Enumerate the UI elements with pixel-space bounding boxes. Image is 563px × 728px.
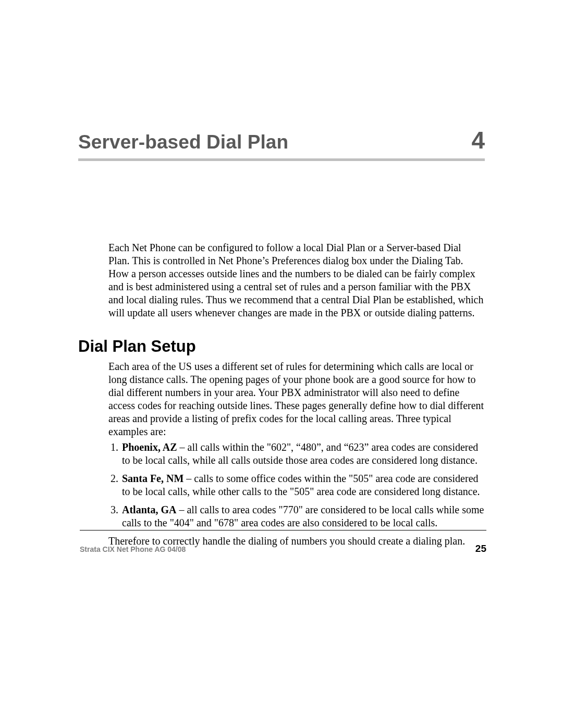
- section-body: Each area of the US uses a different set…: [108, 360, 485, 548]
- list-item: Santa Fe, NM – calls to some office code…: [121, 472, 485, 498]
- chapter-number: 4: [471, 126, 485, 154]
- example-text: – all calls to area codes "770" are cons…: [122, 504, 484, 528]
- page: Server-based Dial Plan 4 Each Net Phone …: [0, 0, 563, 728]
- section-lead: Each area of the US uses a different set…: [108, 360, 485, 438]
- chapter-title: Server-based Dial Plan: [78, 131, 288, 153]
- page-footer: Strata CIX Net Phone AG 04/08 25: [80, 543, 486, 554]
- footer-doc-id: Strata CIX Net Phone AG 04/08: [80, 545, 186, 553]
- list-item: Phoenix, AZ – all calls within the "602"…: [121, 441, 485, 467]
- section-title: Dial Plan Setup: [78, 337, 485, 356]
- chapter-heading: Server-based Dial Plan 4: [78, 126, 485, 161]
- example-list: Phoenix, AZ – all calls within the "602"…: [108, 441, 485, 529]
- example-place: Atlanta, GA: [122, 504, 176, 515]
- intro-block: Each Net Phone can be configured to foll…: [108, 241, 485, 319]
- example-place: Santa Fe, NM: [122, 473, 183, 484]
- footer-rule: [80, 530, 486, 530]
- example-place: Phoenix, AZ: [122, 441, 177, 453]
- intro-paragraph: Each Net Phone can be configured to foll…: [108, 241, 485, 319]
- footer-page-number: 25: [475, 543, 486, 554]
- list-item: Atlanta, GA – all calls to area codes "7…: [121, 503, 485, 529]
